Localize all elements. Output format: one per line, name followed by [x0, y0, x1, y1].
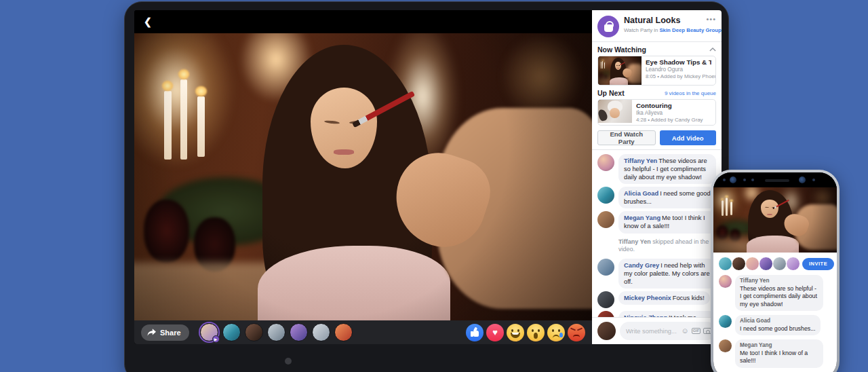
chat-list[interactable]: Tiffany YenThese videos are so helpful -… — [592, 149, 722, 317]
message-author: Tiffany Yen — [740, 278, 818, 285]
participant-avatar[interactable] — [718, 257, 732, 271]
back-icon[interactable]: ❮ — [144, 17, 152, 26]
message-text: These videos are so helpful - I get comp… — [740, 285, 818, 308]
reaction-haha-icon[interactable] — [507, 324, 524, 341]
viewer-avatar[interactable]: ▶ — [200, 323, 218, 341]
viewer-avatar[interactable] — [334, 323, 353, 341]
message-text: I need some good brushes... — [740, 325, 816, 333]
composer-pill[interactable]: ☺ GIF — [620, 322, 716, 340]
viewer-avatar[interactable] — [222, 323, 241, 341]
sensor-dot — [723, 179, 726, 181]
queue-link[interactable]: 9 videos in the queue — [665, 90, 716, 96]
viewer-avatar[interactable] — [245, 323, 263, 341]
laptop-device: ❮ Share — [124, 1, 729, 372]
party-subtitle: Watch Party in Skin Deep Beauty Group · — [624, 27, 701, 33]
avatar[interactable] — [597, 311, 614, 317]
phone-device: INVITE Tiffany Yen These videos are so h… — [711, 170, 840, 372]
sensor-dot — [812, 179, 815, 181]
earpiece-speaker — [765, 179, 789, 182]
share-icon — [147, 329, 156, 336]
phone-screen: INVITE Tiffany Yen These videos are so h… — [713, 172, 837, 372]
status-author: Tiffany Yen — [618, 238, 651, 245]
participant-avatar[interactable] — [732, 257, 746, 271]
up-next-meta: 4:28 • Added by Candy Gray — [636, 117, 703, 123]
viewer-avatar[interactable] — [267, 323, 285, 341]
message-bubble: Megan Yang Me too! I think I know of a s… — [735, 339, 823, 368]
message-bubble: Ningxia ZhangIt took me forever to find … — [618, 311, 716, 317]
invite-button[interactable]: INVITE — [802, 258, 834, 270]
video-scene — [713, 187, 837, 253]
viewer-avatar[interactable] — [312, 323, 330, 341]
message-author: Megan Yang — [740, 342, 818, 350]
reaction-angry-icon[interactable] — [568, 324, 585, 341]
end-watch-party-button[interactable]: End Watch Party — [597, 130, 656, 145]
phone-message-list[interactable]: Tiffany Yen These videos are so helpful … — [713, 274, 837, 372]
player-controlbar: Share ▶ ♥ — [134, 320, 592, 344]
message-bubble: Candy GreyI need help with my color pale… — [618, 259, 716, 289]
now-watching-card[interactable]: Eye Shadow Tips & Tricks Leandro Ogura 8… — [597, 56, 716, 86]
chat-input[interactable] — [625, 327, 679, 335]
device-camera-dot — [285, 358, 292, 365]
message-bubble: Mickey PheonixFocus kids! — [618, 291, 710, 305]
message-author: Megan Yang — [624, 215, 660, 221]
participant-avatar[interactable] — [772, 257, 787, 271]
up-next-label: Up Next — [597, 89, 625, 97]
add-video-button[interactable]: Add Video — [660, 130, 717, 145]
avatar[interactable] — [597, 259, 614, 276]
avatar[interactable] — [719, 275, 732, 288]
chat-message: Megan Yang Me too! I think I know of a s… — [719, 339, 831, 368]
watch-party-avatar — [597, 16, 619, 37]
chat-composer: ☺ GIF — [592, 317, 722, 344]
avatar[interactable] — [597, 291, 614, 308]
now-watching-label: Now Watching — [597, 45, 646, 54]
participant-avatar[interactable] — [786, 257, 800, 271]
face-shape — [610, 108, 620, 118]
message-bubble: Alicia Goad I need some good brushes... — [735, 315, 821, 335]
now-watching-thumbnail — [598, 56, 642, 85]
message-bubble: Alicia GoadI need some good brushes... — [618, 187, 716, 208]
avatar[interactable] — [597, 154, 614, 171]
vignette — [713, 187, 837, 253]
front-camera-icon — [799, 176, 806, 183]
reaction-sad-icon[interactable] — [547, 324, 565, 341]
chat-message: Candy GreyI need help with my color pale… — [597, 259, 716, 289]
front-camera-icon — [730, 176, 736, 183]
chat-message: Tiffany Yen These videos are so helpful … — [719, 275, 831, 311]
up-next-author: Ika Aliyeva — [636, 110, 703, 116]
chat-message: Alicia GoadI need some good brushes... — [597, 187, 716, 208]
gif-icon[interactable]: GIF — [692, 328, 701, 335]
chat-message: Mickey PheonixFocus kids! — [597, 291, 716, 308]
avatar[interactable] — [597, 187, 614, 204]
now-watching-author: Leandro Ogura — [646, 67, 711, 73]
message-bubble: Megan YangMe too! I think I know of a sa… — [618, 211, 716, 233]
reaction-bar: ♥ — [466, 324, 585, 341]
laptop-screen: ❮ Share — [134, 10, 722, 344]
participant-avatar[interactable] — [759, 257, 773, 271]
avatar[interactable] — [719, 339, 732, 352]
phone-video[interactable] — [713, 187, 837, 253]
current-user-avatar — [597, 322, 616, 340]
share-label: Share — [160, 329, 181, 337]
group-link[interactable]: Skin Deep Beauty Group — [659, 27, 721, 33]
contouring-scene — [598, 100, 632, 123]
chat-message: Tiffany YenThese videos are so helpful -… — [597, 154, 716, 184]
now-watching-meta: 8:05 • Added by Mickey Phoenix — [646, 73, 711, 79]
chevron-up-icon[interactable] — [709, 46, 716, 53]
player-topbar: ❮ — [134, 10, 592, 33]
avatar[interactable] — [597, 211, 614, 228]
reaction-love-icon[interactable]: ♥ — [486, 324, 504, 341]
reaction-like-icon[interactable] — [466, 324, 484, 341]
sensor-dot — [751, 179, 754, 181]
message-author: Tiffany Yen — [624, 157, 657, 164]
viewer-avatar[interactable] — [290, 323, 308, 341]
emoji-icon[interactable]: ☺ — [682, 327, 689, 335]
video-player: ❮ Share — [134, 10, 592, 344]
watch-party-video[interactable] — [134, 33, 592, 320]
reaction-wow-icon[interactable] — [527, 324, 545, 341]
more-options-icon[interactable]: ••• — [706, 17, 716, 22]
chat-message: Ningxia ZhangIt took me forever to find … — [597, 311, 716, 317]
avatar[interactable] — [719, 315, 732, 328]
share-button[interactable]: Share — [141, 324, 189, 341]
participant-avatar[interactable] — [745, 257, 760, 271]
up-next-card[interactable]: Contouring Ika Aliyeva 4:28 • Added by C… — [597, 99, 716, 126]
